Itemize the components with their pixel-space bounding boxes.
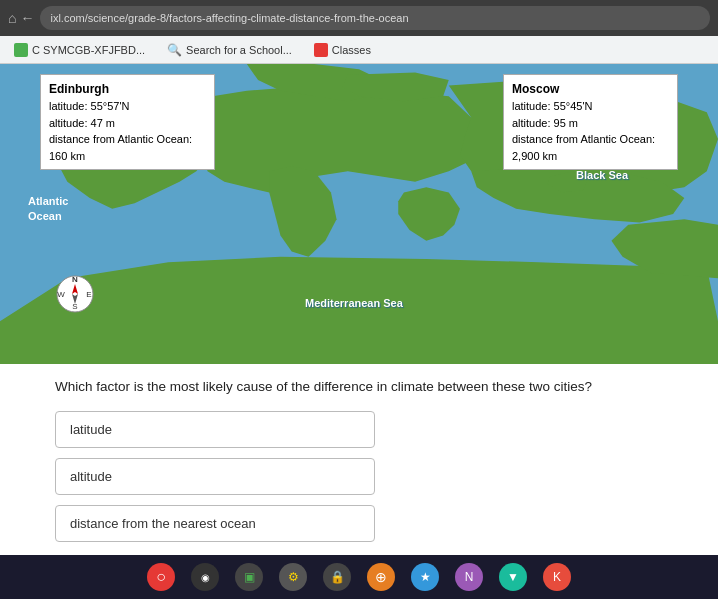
taskbar-icon-1[interactable]: ○ [147, 563, 175, 591]
answer-distance-text: distance from the nearest ocean [70, 516, 256, 531]
moscow-title: Moscow [512, 80, 669, 98]
moscow-info-box: Moscow latitude: 55°45'N altitude: 95 m … [503, 74, 678, 170]
compass-svg: N S W E [55, 274, 95, 314]
edinburgh-latitude: latitude: 55°57'N [49, 98, 206, 115]
tab-label-classes: Classes [332, 44, 371, 56]
tab-icon-symcgb [14, 43, 28, 57]
compass: N S W E [55, 274, 95, 314]
tab-search[interactable]: 🔍 Search for a School... [161, 41, 298, 59]
taskbar-icon-3[interactable]: ▣ [235, 563, 263, 591]
answer-latitude-text: latitude [70, 422, 112, 437]
tab-label-symcgb: C SYMCGB-XFJFBD... [32, 44, 145, 56]
tab-icon-classes [314, 43, 328, 57]
svg-marker-1 [180, 85, 483, 192]
edinburgh-title: Edinburgh [49, 80, 206, 98]
home-icon[interactable]: ⌂ [8, 10, 16, 26]
answer-option-altitude[interactable]: altitude [55, 458, 375, 495]
browser-nav-icons: ⌂ ← [8, 10, 34, 26]
address-bar[interactable]: ixl.com/science/grade-8/factors-affectin… [40, 6, 710, 30]
taskbar-icon-9[interactable]: ▼ [499, 563, 527, 591]
svg-text:E: E [86, 290, 91, 299]
edinburgh-altitude: altitude: 47 m [49, 115, 206, 132]
moscow-distance-value: 2,900 km [512, 148, 669, 165]
moscow-altitude: altitude: 95 m [512, 115, 669, 132]
url-text: ixl.com/science/grade-8/factors-affectin… [50, 12, 408, 24]
taskbar-icon-6[interactable]: ⊕ [367, 563, 395, 591]
taskbar-icon-7[interactable]: ★ [411, 563, 439, 591]
tab-label-search: Search for a School... [186, 44, 292, 56]
browser-bar: ⌂ ← ixl.com/science/grade-8/factors-affe… [0, 0, 718, 36]
map-container: Atlantic Ocean Black Sea Mediterranean S… [0, 64, 718, 364]
map-background: Atlantic Ocean Black Sea Mediterranean S… [0, 64, 718, 364]
taskbar: ○ ◉ ▣ ⚙ 🔒 ⊕ ★ N ▼ K [0, 555, 718, 599]
tab-symcgb[interactable]: C SYMCGB-XFJFBD... [8, 41, 151, 59]
tab-classes[interactable]: Classes [308, 41, 377, 59]
tab-bar: C SYMCGB-XFJFBD... 🔍 Search for a School… [0, 36, 718, 64]
question-section: Which factor is the most likely cause of… [0, 364, 718, 555]
back-icon[interactable]: ← [20, 10, 34, 26]
answer-option-latitude[interactable]: latitude [55, 411, 375, 448]
edinburgh-distance-value: 160 km [49, 148, 206, 165]
taskbar-icon-10[interactable]: K [543, 563, 571, 591]
svg-text:W: W [57, 290, 65, 299]
answer-option-distance[interactable]: distance from the nearest ocean [55, 505, 375, 542]
taskbar-icon-4[interactable]: ⚙ [279, 563, 307, 591]
taskbar-icon-5[interactable]: 🔒 [323, 563, 351, 591]
svg-marker-6 [398, 187, 460, 241]
moscow-distance-label: distance from Atlantic Ocean: [512, 131, 669, 148]
svg-marker-5 [269, 166, 336, 257]
taskbar-icon-8[interactable]: N [455, 563, 483, 591]
svg-marker-8 [0, 257, 718, 364]
edinburgh-info-box: Edinburgh latitude: 55°57'N altitude: 47… [40, 74, 215, 170]
search-icon: 🔍 [167, 43, 182, 57]
answer-altitude-text: altitude [70, 469, 112, 484]
question-text: Which factor is the most likely cause of… [55, 378, 663, 397]
edinburgh-distance-label: distance from Atlantic Ocean: [49, 131, 206, 148]
svg-text:N: N [72, 275, 78, 284]
taskbar-icon-2[interactable]: ◉ [191, 563, 219, 591]
content-area: Atlantic Ocean Black Sea Mediterranean S… [0, 64, 718, 555]
moscow-latitude: latitude: 55°45'N [512, 98, 669, 115]
